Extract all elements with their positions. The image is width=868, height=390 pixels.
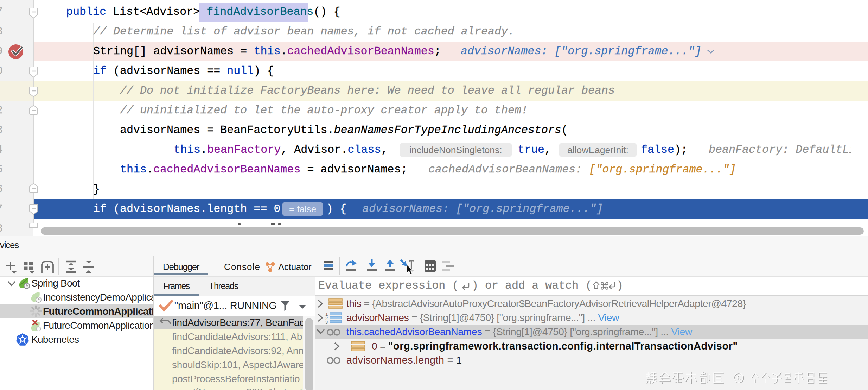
svg-text:3: 3	[325, 320, 328, 324]
